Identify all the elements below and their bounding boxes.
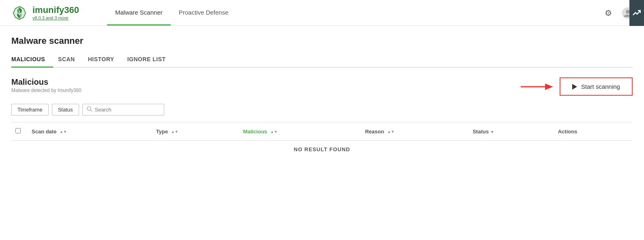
no-result-row: NO RESULT FOUND: [11, 141, 633, 159]
no-result-text: NO RESULT FOUND: [11, 141, 633, 159]
nav-tabs: Malware Scanner Proactive Defense: [107, 0, 602, 26]
chart-button[interactable]: [629, 0, 644, 26]
th-checkbox: [11, 122, 28, 141]
table-container: Scan date ▲▼ Type ▲▼ Malicious ▲▼ Reason…: [11, 122, 633, 158]
sub-tab-scan[interactable]: SCAN: [58, 53, 83, 67]
th-reason[interactable]: Reason ▲▼: [361, 122, 468, 141]
th-type[interactable]: Type ▲▼: [152, 122, 239, 141]
header: imunify360 v8.0.3 and 3 more Malware Sca…: [0, 0, 644, 26]
table-header: Scan date ▲▼ Type ▲▼ Malicious ▲▼ Reason…: [11, 122, 633, 141]
section-subtitle: Malware detected by Imunify360: [11, 88, 82, 93]
select-all-checkbox[interactable]: [15, 128, 21, 133]
search-input[interactable]: [95, 107, 160, 113]
timeframe-button[interactable]: Timeframe: [11, 104, 49, 116]
th-malicious[interactable]: Malicious ▲▼: [239, 122, 361, 141]
status-button[interactable]: Status: [52, 104, 79, 116]
nav-tab-proactive-defense[interactable]: Proactive Defense: [171, 0, 237, 26]
start-scanning-label: Start scanning: [581, 83, 620, 90]
section-header: Malicious Malware detected by Imunify360…: [11, 77, 633, 96]
section-title-area: Malicious Malware detected by Imunify360: [11, 77, 82, 93]
th-scan-date[interactable]: Scan date ▲▼: [28, 122, 152, 141]
search-box: [82, 104, 164, 116]
logo-text: imunify360 v8.0.3 and 3 more: [32, 5, 79, 20]
logo-area: imunify360 v8.0.3 and 3 more: [10, 3, 91, 23]
logo-icon: [10, 3, 29, 23]
nav-tab-malware-scanner[interactable]: Malware Scanner: [107, 0, 171, 26]
start-scanning-button[interactable]: Start scanning: [560, 77, 633, 96]
gear-icon[interactable]: ⚙: [602, 6, 615, 19]
sort-arrows-type: ▲▼: [171, 130, 178, 134]
svg-line-7: [90, 110, 92, 111]
logo-version[interactable]: v8.0.3 and 3 more: [32, 15, 79, 20]
main-content: Malware scanner MALICIOUS SCAN HISTORY I…: [0, 26, 644, 240]
start-scan-area: Start scanning: [521, 77, 633, 96]
sort-down-status: ▼: [490, 130, 494, 134]
section-title: Malicious: [11, 77, 82, 87]
th-actions: Actions: [554, 122, 633, 141]
sub-tab-ignore-list[interactable]: IGNORE LIST: [127, 53, 174, 67]
play-icon: [572, 84, 577, 90]
logo-name: imunify360: [32, 5, 79, 15]
red-arrow-icon: [521, 81, 553, 92]
sort-arrows-scan-date: ▲▼: [60, 130, 67, 134]
sort-arrows-reason: ▲▼: [387, 130, 395, 134]
page-title: Malware scanner: [11, 36, 633, 46]
sub-tabs: MALICIOUS SCAN HISTORY IGNORE LIST: [11, 53, 633, 68]
sub-tab-malicious[interactable]: MALICIOUS: [11, 53, 53, 68]
svg-marker-5: [545, 84, 553, 90]
filters-row: Timeframe Status: [11, 104, 633, 116]
malicious-table: Scan date ▲▼ Type ▲▼ Malicious ▲▼ Reason…: [11, 122, 633, 158]
search-icon: [87, 106, 92, 113]
sort-arrows-malicious: ▲▼: [270, 130, 277, 134]
sub-tab-history[interactable]: HISTORY: [88, 53, 122, 67]
table-body: NO RESULT FOUND: [11, 141, 633, 159]
th-status[interactable]: Status ▼: [468, 122, 554, 141]
